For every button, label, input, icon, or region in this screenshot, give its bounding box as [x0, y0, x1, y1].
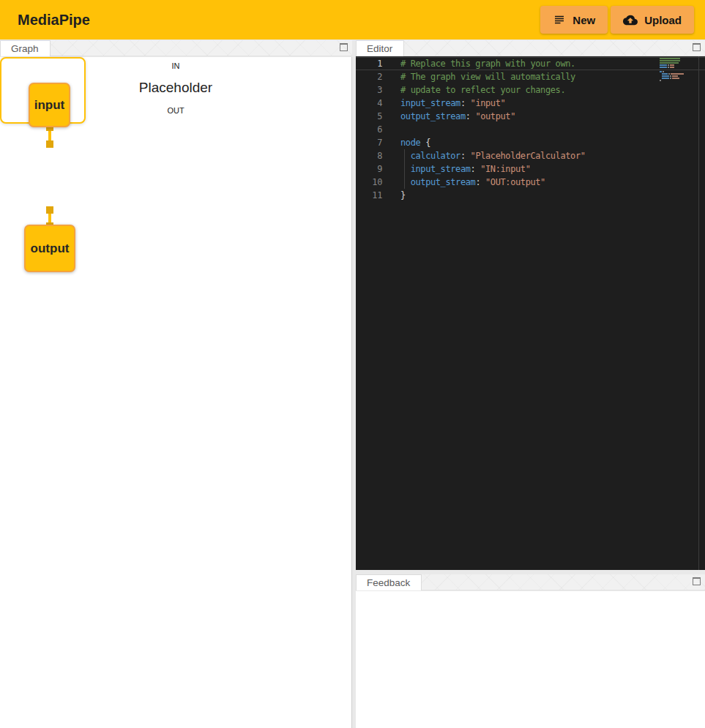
placeholder-in-label: IN: [0, 61, 351, 70]
graph-node-placeholder-label: Placeholder: [0, 80, 351, 96]
code-line: 3# update to reflect your changes.: [356, 83, 705, 97]
port-placeholder-in: [46, 140, 53, 148]
tab-feedback[interactable]: Feedback: [356, 574, 422, 590]
feedback-panel: Feedback: [356, 574, 705, 728]
menu-lines-icon: [553, 13, 566, 26]
app-title: MediaPipe: [0, 12, 90, 29]
app-header: MediaPipe New Upload: [0, 0, 705, 40]
code-line: 1# Replace this graph with your own.: [356, 57, 705, 70]
code-line: 8 calculator: "PlaceholderCalculator": [356, 149, 705, 162]
new-button-label: New: [572, 14, 595, 26]
feedback-maximize-icon[interactable]: [693, 577, 701, 585]
upload-button[interactable]: Upload: [611, 6, 694, 34]
feedback-panel-tabbar: Feedback: [356, 574, 705, 590]
graph-panel-tabbar: Graph: [0, 40, 352, 56]
new-button[interactable]: New: [540, 6, 608, 34]
tab-editor[interactable]: Editor: [356, 40, 404, 56]
graph-canvas[interactable]: input IN Placeholder OUT output: [0, 57, 352, 728]
graph-panel: Graph input IN Placeholder OUT output: [0, 40, 352, 728]
code-line: 10 output_stream: "OUT:output": [356, 176, 705, 189]
code-line: 4input_stream: "input": [356, 97, 705, 110]
port-placeholder-out: [46, 206, 53, 214]
editor-panel-tabbar: Editor: [356, 40, 705, 56]
placeholder-out-label: OUT: [0, 106, 351, 115]
header-buttons: New Upload: [540, 6, 694, 34]
cloud-upload-icon: [623, 14, 638, 26]
code-line: 11}: [356, 189, 705, 202]
mediapipe-visualizer: MediaPipe New Upload Graph: [0, 0, 705, 728]
code-line: 9 input_stream: "IN:input": [356, 162, 705, 176]
code-editor[interactable]: 1# Replace this graph with your own.2# T…: [356, 56, 705, 570]
editor-maximize-icon[interactable]: [693, 43, 701, 51]
tab-graph[interactable]: Graph: [0, 40, 51, 56]
graph-node-output[interactable]: output: [24, 225, 75, 272]
feedback-content: [356, 591, 705, 728]
editor-panel: Editor 1# Replace this graph with your o…: [356, 40, 705, 570]
code-line: 6: [356, 123, 705, 136]
graph-node-output-label: output: [31, 241, 70, 256]
code-line: 7node {: [356, 136, 705, 149]
code-line: 2# The graph view will automatically: [356, 70, 705, 83]
editor-overview-ruler[interactable]: [698, 56, 699, 570]
code-line: 5output_stream: "output": [356, 110, 705, 123]
editor-minimap[interactable]: [660, 58, 695, 82]
graph-maximize-icon[interactable]: [340, 43, 348, 51]
editor-code: 1# Replace this graph with your own.2# T…: [356, 57, 705, 202]
upload-button-label: Upload: [644, 14, 682, 26]
graph-node-placeholder[interactable]: IN Placeholder OUT: [0, 57, 86, 124]
